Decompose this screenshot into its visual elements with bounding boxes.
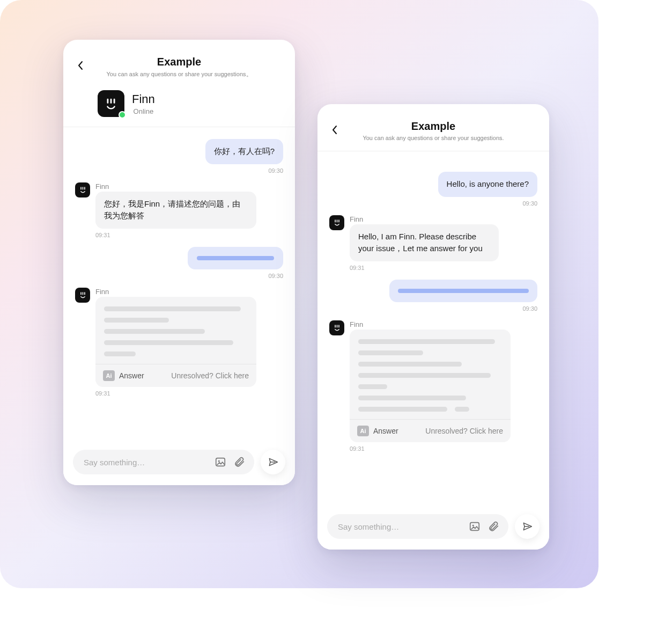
message-timestamp: 09:30 [522, 305, 537, 312]
page-title: Example [328, 120, 538, 133]
send-button[interactable] [261, 450, 285, 474]
page-subtitle: You can ask any questions or share your … [74, 70, 284, 78]
agent-avatar [98, 90, 124, 117]
attach-button[interactable] [232, 454, 248, 470]
loading-bar [197, 256, 274, 260]
back-button[interactable] [74, 59, 87, 72]
message-timestamp: 09:31 [350, 265, 365, 271]
loading-bar [398, 289, 529, 293]
svg-rect-15 [336, 325, 337, 327]
message-bubble: Hello, I am Finn. Please describe your i… [350, 224, 499, 261]
input-placeholder: Say something… [84, 458, 209, 467]
message-sender: Finn [350, 215, 363, 223]
message-agent-ai: Finn Ai Answer Unresolved? Click [75, 288, 283, 397]
message-bubble: 您好，我是Finn，请描述您的问题，由我为您解答 [95, 192, 256, 229]
showcase-canvas: Example You can ask any questions or sha… [0, 0, 598, 588]
input-placeholder: Say something… [338, 522, 463, 531]
composer: Say something… [317, 506, 549, 550]
svg-rect-4 [82, 187, 83, 189]
message-bubble: 你好，有人在吗? [205, 139, 283, 164]
loading-bubble [389, 280, 537, 302]
page-title: Example [74, 56, 284, 68]
message-timestamp: 09:30 [268, 273, 283, 279]
composer: Say something… [63, 441, 295, 485]
text-input[interactable]: Say something… [327, 514, 508, 539]
page-subtitle: You can ask any questions or share your … [328, 135, 538, 141]
message-list: 你好，有人在吗? 09:30 Finn 您好，我是Finn，请描述您的问题，由我… [63, 127, 295, 441]
message-agent: Finn 您好，我是Finn，请描述您的问题，由我为您解答 09:31 [75, 182, 283, 238]
chat-header: Example You can ask any questions or sha… [63, 40, 295, 127]
chat-window-cn: Example You can ask any questions or sha… [63, 40, 295, 485]
ai-answer-label: Answer [373, 427, 398, 435]
message-sender: Finn [350, 320, 363, 328]
svg-rect-12 [336, 219, 337, 222]
svg-rect-11 [335, 219, 336, 222]
svg-rect-8 [84, 292, 85, 295]
svg-rect-0 [107, 99, 109, 104]
send-icon [268, 457, 278, 467]
svg-rect-6 [80, 292, 82, 295]
message-timestamp: 09:30 [268, 167, 283, 174]
back-button[interactable] [328, 123, 341, 136]
agent-avatar-small [75, 182, 90, 197]
send-button[interactable] [515, 514, 540, 539]
image-icon [215, 456, 226, 468]
message-list: Hello, is anyone there? 09:30 Finn Hello… [317, 151, 549, 506]
svg-rect-7 [82, 292, 83, 295]
online-indicator [119, 111, 126, 119]
svg-point-10 [218, 460, 220, 462]
ai-badge-icon: Ai [103, 370, 115, 381]
unresolved-link[interactable]: Unresolved? Click here [171, 371, 249, 380]
message-agent: Finn Hello, I am Finn. Please describe y… [329, 215, 537, 271]
message-sender: Finn [95, 182, 109, 191]
chevron-left-icon [331, 125, 338, 135]
svg-rect-13 [338, 219, 339, 222]
ai-answer-label: Answer [119, 371, 144, 380]
agent-profile: Finn Online [74, 90, 284, 117]
svg-rect-5 [84, 187, 85, 189]
agent-avatar-small [75, 288, 90, 303]
text-input[interactable]: Say something… [73, 450, 254, 474]
send-icon [522, 521, 533, 532]
agent-avatar-small [329, 215, 344, 230]
chat-window-en: Example You can ask any questions or sha… [317, 104, 549, 550]
ai-badge-icon: Ai [357, 426, 369, 436]
chat-header: Example You can ask any questions or sha… [317, 104, 549, 151]
message-agent-ai: Finn Ai Answer [329, 320, 537, 452]
message-timestamp: 09:31 [95, 232, 110, 238]
ai-answer-card: Ai Answer Unresolved? Click here [95, 297, 256, 387]
svg-point-18 [472, 525, 474, 526]
svg-rect-16 [338, 325, 339, 327]
image-button[interactable] [467, 518, 483, 535]
message-bubble: Hello, is anyone there? [438, 172, 537, 197]
ai-answer-skeleton [350, 330, 511, 419]
message-user-loading: 09:30 [329, 280, 537, 312]
ai-answer-skeleton [95, 297, 256, 364]
message-timestamp: 09:30 [522, 200, 537, 207]
svg-rect-1 [110, 99, 112, 104]
agent-status: Online [132, 107, 155, 115]
message-user: Hello, is anyone there? 09:30 [329, 172, 537, 207]
svg-rect-14 [335, 325, 336, 327]
unresolved-link[interactable]: Unresolved? Click here [425, 427, 503, 435]
image-button[interactable] [212, 454, 228, 470]
svg-rect-3 [80, 187, 82, 189]
message-user: 你好，有人在吗? 09:30 [75, 139, 283, 174]
message-timestamp: 09:31 [350, 445, 365, 452]
agent-name: Finn [132, 92, 155, 106]
agent-avatar-small [329, 320, 344, 335]
loading-bubble [188, 247, 283, 269]
chevron-left-icon [77, 61, 84, 70]
attach-button[interactable] [486, 518, 502, 535]
svg-rect-2 [114, 99, 115, 104]
message-sender: Finn [95, 288, 109, 296]
paperclip-icon [488, 521, 500, 532]
message-user-loading: 09:30 [75, 247, 283, 279]
paperclip-icon [234, 456, 246, 468]
ai-answer-card: Ai Answer Unresolved? Click here [350, 330, 511, 442]
image-icon [469, 521, 481, 532]
message-timestamp: 09:31 [95, 390, 110, 397]
